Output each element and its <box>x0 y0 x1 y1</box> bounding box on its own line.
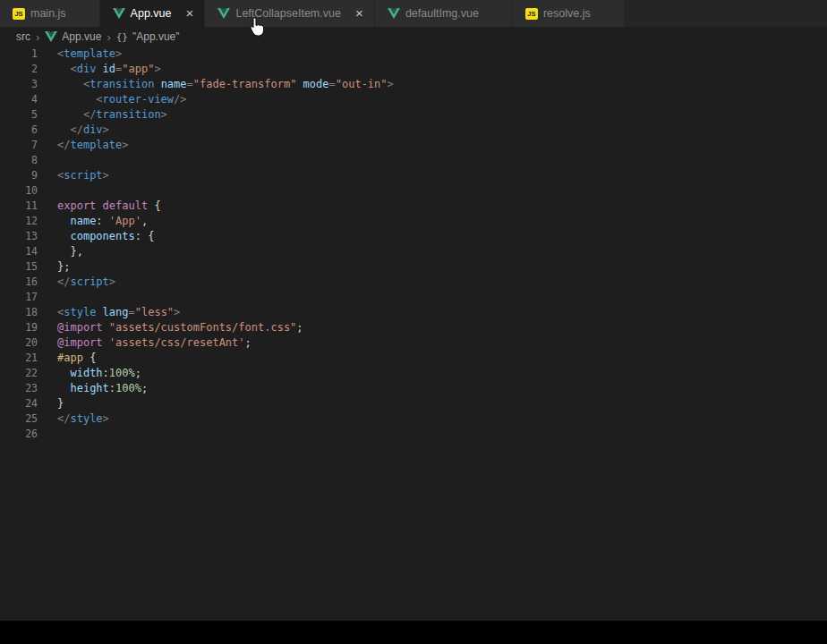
line-number: 6 <box>0 123 38 138</box>
tab-label: resolve.js <box>543 7 591 20</box>
line-number: 13 <box>0 229 38 244</box>
tab-label: main.js <box>30 7 66 20</box>
tab-resolve-js[interactable]: JSresolve.js× <box>513 0 625 27</box>
code-line[interactable]: 13 components: { <box>0 229 827 244</box>
code-lines: 1<template>2 <div id="app">3 <transition… <box>0 47 827 442</box>
code-line[interactable]: 18<style lang="less"> <box>0 305 827 320</box>
line-number: 1 <box>0 47 38 62</box>
line-content: #app { <box>38 351 96 366</box>
line-content: </div> <box>38 123 109 138</box>
code-line[interactable]: 14 }, <box>0 244 827 259</box>
code-line[interactable]: 26 <box>0 427 827 442</box>
code-line[interactable]: 4 <router-view/> <box>0 92 827 107</box>
vue-icon <box>217 8 230 19</box>
code-line[interactable]: 15}; <box>0 259 827 275</box>
line-content: <style lang="less"> <box>38 305 180 320</box>
line-number: 8 <box>0 153 38 168</box>
line-number: 4 <box>0 92 38 107</box>
line-content: name: 'App', <box>38 214 148 229</box>
code-line[interactable]: 12 name: 'App', <box>0 214 827 229</box>
code-line[interactable]: 8 <box>0 153 827 168</box>
line-content: height:100%; <box>38 381 148 396</box>
code-line[interactable]: 10 <box>0 183 827 199</box>
line-content: <script> <box>38 168 109 183</box>
line-number: 15 <box>0 259 38 275</box>
line-number: 24 <box>0 396 38 411</box>
line-number: 16 <box>0 275 38 290</box>
code-line[interactable]: 7</template> <box>0 138 827 153</box>
breadcrumb-file[interactable]: App.vue <box>62 30 101 43</box>
line-number: 21 <box>0 351 38 366</box>
line-content: <div id="app"> <box>38 62 161 77</box>
line-content: components: { <box>38 229 154 244</box>
code-line[interactable]: 23 height:100%; <box>0 381 827 396</box>
code-line[interactable]: 24} <box>0 396 827 411</box>
vue-icon <box>45 31 57 42</box>
line-content: export default { <box>38 199 161 214</box>
tab-leftcollapseitem-vue[interactable]: LeftCollapseItem.vue× <box>205 0 374 27</box>
vscode-window: JSmain.js×App.vue×LeftCollapseItem.vue×d… <box>0 0 827 644</box>
code-line[interactable]: 21#app { <box>0 351 827 366</box>
line-content: }; <box>38 259 70 275</box>
line-number: 20 <box>0 335 38 351</box>
line-number: 19 <box>0 320 38 335</box>
tab-bar: JSmain.js×App.vue×LeftCollapseItem.vue×d… <box>0 0 827 27</box>
code-line[interactable]: 16</script> <box>0 275 827 290</box>
line-number: 22 <box>0 366 38 381</box>
line-content <box>38 427 57 442</box>
js-icon: JS <box>525 8 538 20</box>
bottom-panel <box>0 621 827 644</box>
line-number: 11 <box>0 199 38 214</box>
line-number: 14 <box>0 244 38 259</box>
tab-defaultimg-vue[interactable]: defaultImg.vue× <box>375 0 513 27</box>
code-line[interactable]: 25</style> <box>0 411 827 427</box>
line-content: </style> <box>38 411 109 427</box>
line-number: 9 <box>0 168 38 183</box>
line-number: 5 <box>0 107 38 123</box>
symbol-string-icon: {} <box>116 31 128 43</box>
code-line[interactable]: 20@import 'assets/css/resetAnt'; <box>0 335 827 351</box>
line-number: 12 <box>0 214 38 229</box>
line-content: width:100%; <box>38 366 141 381</box>
chevron-right-icon: › <box>106 30 111 44</box>
line-number: 18 <box>0 305 38 320</box>
breadcrumb-symbol[interactable]: "App.vue" <box>132 30 180 43</box>
editor[interactable]: 1<template>2 <div id="app">3 <transition… <box>0 47 827 442</box>
vue-icon <box>113 8 125 19</box>
tab-label: App.vue <box>131 7 172 20</box>
code-line[interactable]: 11export default { <box>0 199 827 214</box>
chevron-right-icon: › <box>35 30 40 44</box>
line-number: 2 <box>0 62 38 77</box>
line-content: @import 'assets/css/resetAnt'; <box>38 335 252 351</box>
close-icon[interactable]: × <box>182 6 197 21</box>
js-icon: JS <box>13 8 25 20</box>
line-content: <template> <box>38 47 122 62</box>
line-content <box>38 290 57 305</box>
line-content: </template> <box>38 138 128 153</box>
line-number: 17 <box>0 290 38 305</box>
line-content: </transition> <box>38 107 167 123</box>
line-content <box>38 153 57 168</box>
tab-main-js[interactable]: JSmain.js× <box>0 0 100 27</box>
code-line[interactable]: 22 width:100%; <box>0 366 827 381</box>
code-line[interactable]: 9<script> <box>0 168 827 183</box>
line-number: 23 <box>0 381 38 396</box>
code-line[interactable]: 1<template> <box>0 47 827 62</box>
breadcrumb-src[interactable]: src <box>16 30 30 43</box>
line-content: }, <box>38 244 83 259</box>
breadcrumb: src › App.vue › {} "App.vue" <box>0 27 827 47</box>
code-line[interactable]: 6 </div> <box>0 123 827 138</box>
code-line[interactable]: 17 <box>0 290 827 305</box>
close-icon[interactable]: × <box>352 6 367 21</box>
code-line[interactable]: 19@import "assets/customFonts/font.css"; <box>0 320 827 335</box>
line-content: @import "assets/customFonts/font.css"; <box>38 320 303 335</box>
code-line[interactable]: 2 <div id="app"> <box>0 62 827 77</box>
line-content: </script> <box>38 275 115 290</box>
code-line[interactable]: 5 </transition> <box>0 107 827 123</box>
vue-icon <box>388 8 400 19</box>
tab-label: LeftCollapseItem.vue <box>235 7 340 20</box>
line-number: 10 <box>0 183 38 199</box>
line-number: 7 <box>0 138 38 153</box>
tab-app-vue[interactable]: App.vue× <box>100 0 206 27</box>
code-line[interactable]: 3 <transition name="fade-transform" mode… <box>0 77 827 92</box>
